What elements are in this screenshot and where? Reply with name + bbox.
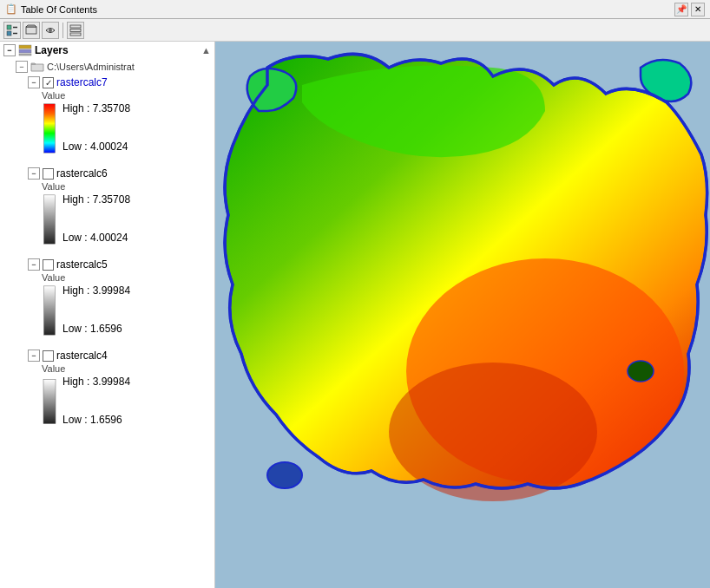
layer-header-rastercalc6: − rastercalc6	[28, 167, 211, 180]
svg-rect-11	[19, 54, 31, 56]
rastercalc7-expand-btn[interactable]: −	[28, 76, 40, 88]
rastercalc5-expand-btn[interactable]: −	[28, 258, 40, 271]
rastercalc7-checkbox[interactable]	[43, 77, 54, 88]
layer-item-rastercalc7: − rastercalc7 Value	[0, 75, 214, 159]
spacer-3	[0, 341, 214, 348]
rastercalc7-low-label: Low : 4.00024	[62, 140, 130, 153]
rastercalc5-legend-row: High : 3.99984 Low : 1.6596	[42, 284, 211, 336]
svg-point-19	[267, 462, 302, 488]
map-area[interactable]	[215, 42, 710, 588]
svg-rect-7	[70, 29, 81, 31]
rastercalc4-expand-btn[interactable]: −	[28, 350, 40, 362]
rastercalc5-legend: Value High : 3.99984 Low : 1.65	[28, 271, 211, 339]
toc-options-btn[interactable]	[67, 22, 84, 39]
pin-button[interactable]: 📌	[674, 3, 688, 16]
main-content: − Layers ▲ − C:\Users\Administrat −	[0, 42, 710, 588]
toc-scroll-up-icon[interactable]: ▲	[201, 45, 211, 56]
close-button[interactable]: ✕	[691, 3, 705, 16]
rastercalc5-legend-label: Value	[42, 272, 211, 283]
rastercalc4-low-label: Low : 1.6596	[62, 414, 130, 426]
title-bar-icons: 📌 ✕	[674, 3, 705, 16]
rastercalc6-legend-text: High : 7.35708 Low : 4.00024	[62, 193, 130, 244]
rastercalc6-high-label: High : 7.35708	[62, 193, 130, 206]
list-visibility-btn[interactable]	[42, 22, 59, 39]
rastercalc6-legend-label: Value	[42, 181, 211, 192]
rastercalc5-checkbox[interactable]	[43, 259, 54, 271]
svg-point-20	[628, 361, 654, 382]
layers-root-header: − Layers ▲	[0, 42, 214, 59]
rastercalc6-checkbox[interactable]	[43, 168, 54, 180]
layers-root-label: Layers	[35, 44, 69, 56]
svg-rect-10	[19, 49, 31, 53]
svg-rect-1	[7, 31, 11, 36]
layer-item-rastercalc5: − rastercalc5 Value	[0, 257, 214, 341]
svg-rect-4	[26, 27, 36, 34]
svg-rect-14	[44, 286, 56, 335]
toc-panel: − Layers ▲ − C:\Users\Administrat −	[0, 42, 215, 588]
toolbar-separator-1	[62, 23, 63, 38]
rastercalc7-gradient-icon	[42, 102, 57, 154]
rastercalc6-legend: Value High : 7.35708 Low : 4.00	[28, 180, 211, 248]
layer-item-rastercalc6: − rastercalc6 Value	[0, 166, 214, 250]
rastercalc4-legend-text: High : 3.99984 Low : 1.6596	[62, 376, 130, 426]
rastercalc7-label[interactable]: rastercalc7	[56, 76, 108, 88]
rastercalc4-gradient-icon	[42, 376, 57, 428]
rastercalc4-legend-label: Value	[42, 363, 211, 374]
rastercalc7-high-label: High : 7.35708	[62, 102, 130, 114]
rastercalc7-legend-row: High : 7.35708 Low : 4.00024	[42, 102, 211, 154]
map-canvas	[215, 42, 710, 588]
rastercalc5-high-label: High : 3.99984	[62, 284, 130, 297]
rastercalc4-legend: Value High : 3.99984 Low : 1.65	[28, 363, 211, 430]
title-bar: 📋 Table Of Contents 📌 ✕	[0, 0, 710, 19]
title-bar-icon: 📋	[5, 3, 17, 15]
spacer-1	[0, 159, 214, 166]
layer-header-rastercalc7: − rastercalc7	[28, 76, 211, 88]
spacer-2	[0, 250, 214, 257]
rastercalc5-low-label: Low : 1.6596	[62, 323, 130, 335]
svg-rect-8	[70, 33, 81, 36]
folder-icon	[30, 61, 44, 73]
layers-expand-btn[interactable]: −	[3, 44, 16, 56]
rastercalc4-legend-row: High : 3.99984 Low : 1.6596	[42, 376, 211, 428]
list-drawing-order-btn[interactable]	[3, 22, 21, 39]
svg-rect-12	[44, 104, 56, 153]
svg-rect-15	[43, 380, 56, 424]
svg-rect-13	[44, 195, 56, 244]
layer-item-rastercalc4: − rastercalc4 Value	[0, 348, 214, 432]
path-label: C:\Users\Administrat	[47, 62, 135, 72]
svg-rect-6	[70, 25, 81, 28]
rastercalc5-legend-text: High : 3.99984 Low : 1.6596	[62, 284, 130, 335]
toc-toolbar	[0, 19, 710, 42]
rastercalc7-legend-text: High : 7.35708 Low : 4.00024	[62, 102, 130, 153]
path-row: − C:\Users\Administrat	[0, 59, 214, 75]
rastercalc6-gradient-icon	[42, 193, 57, 245]
layers-icon	[18, 44, 32, 56]
rastercalc7-legend-label: Value	[42, 90, 211, 101]
svg-rect-9	[19, 45, 31, 49]
rastercalc5-gradient-icon	[42, 284, 57, 336]
rastercalc7-legend: Value	[28, 89, 211, 157]
rastercalc4-high-label: High : 3.99984	[62, 376, 130, 388]
rastercalc4-label[interactable]: rastercalc4	[56, 350, 108, 362]
rastercalc6-label[interactable]: rastercalc6	[56, 167, 108, 180]
rastercalc4-checkbox[interactable]	[43, 350, 54, 362]
rastercalc6-expand-btn[interactable]: −	[28, 167, 40, 180]
svg-rect-0	[7, 25, 11, 29]
layer-header-rastercalc4: − rastercalc4	[28, 350, 211, 362]
rastercalc6-low-label: Low : 4.00024	[62, 232, 130, 244]
rastercalc5-label[interactable]: rastercalc5	[56, 258, 108, 271]
title-bar-title: Table Of Contents	[21, 4, 97, 15]
svg-point-5	[49, 29, 52, 32]
list-source-btn[interactable]	[23, 22, 40, 39]
layer-header-rastercalc5: − rastercalc5	[28, 258, 211, 271]
rastercalc6-legend-row: High : 7.35708 Low : 4.00024	[42, 193, 211, 245]
path-expand-btn[interactable]: −	[16, 61, 28, 73]
title-bar-left: 📋 Table Of Contents	[5, 3, 97, 15]
